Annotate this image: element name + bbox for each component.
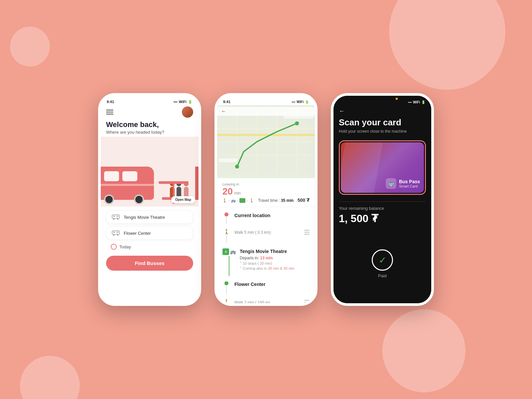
svg-rect-9: [116, 231, 118, 233]
card-container: 🚌 Bus Pass Smart Card: [339, 140, 426, 195]
leaving-in: Leaving in 20 min 🚶 › 🚌 › 4 › 🚶: [222, 182, 254, 203]
step-map-icon-2: [304, 299, 310, 303]
departs-time: 13 min: [260, 256, 273, 260]
step-current-location: Current location: [217, 210, 315, 226]
bus-window-2: [122, 171, 137, 181]
wifi-icon: WiFi: [179, 100, 187, 104]
leaving-label: Leaving in: [222, 182, 254, 186]
step-map-icon-1: [304, 229, 310, 235]
divider: [339, 201, 426, 202]
walk-step-icon: 🚶: [224, 229, 229, 234]
map-header: ←: [217, 107, 315, 116]
find-busses-button[interactable]: Find Busses: [106, 256, 193, 271]
coming-time-2: 30 min: [283, 266, 294, 270]
card-label-area: 🚌 Bus Pass Smart Card: [386, 178, 420, 189]
bus-icon-1: [111, 214, 120, 220]
bus-stripe: [101, 184, 154, 186]
route-label-2: Flower Center: [124, 231, 151, 236]
svg-point-19: [235, 165, 239, 169]
notch-1: [130, 96, 170, 103]
walk-icon-2: 🚶: [249, 199, 254, 203]
phone1-content: 9:41 ▪▪▪ WiFi 🔋 Welcome back, Where are …: [101, 96, 199, 303]
front-camera: [396, 98, 398, 100]
battery-icon-3: 🔋: [421, 100, 425, 104]
step-info-4: Flower Center: [234, 281, 310, 287]
step-dot-bus: 4: [222, 248, 229, 255]
walk-2-subtitle: Walk 2 min ( 100 m): [234, 300, 270, 303]
leaving-unit: min: [234, 191, 241, 196]
bus-window-1: [104, 171, 119, 181]
illustration: Open Map: [101, 137, 199, 206]
phone1-bottom: Tengis Movie Theatre Flower Center: [101, 206, 199, 303]
back-button-2[interactable]: ←: [221, 108, 226, 114]
time-item: Today: [106, 242, 193, 251]
notch-2: [246, 96, 286, 103]
arrow-2: ›: [237, 199, 238, 202]
paid-circle: ✓: [372, 249, 393, 271]
phone3-content: 9:41 ▪▪▪ WiFi 🔋 ← Scan your card Hold yo…: [333, 96, 431, 303]
welcome-title: Welcome back,: [106, 120, 193, 129]
svg-point-6: [113, 234, 114, 236]
step-line-green: [229, 256, 229, 276]
step-walk-2: 🚶 Walk 2 min ( 100 m): [217, 297, 315, 303]
svg-point-2: [117, 218, 118, 220]
bg-decoration-4: [10, 27, 50, 66]
step-walk-1: 🚶 Walk 5 min ( 0.3 km): [217, 226, 315, 246]
leaving-time: 20: [222, 186, 233, 197]
phone-welcome: 9:41 ▪▪▪ WiFi 🔋 Welcome back, Where are …: [98, 93, 201, 306]
bus-transport-icon: 🚌: [231, 199, 236, 203]
arrow-3: ›: [247, 199, 248, 202]
clock-icon: [111, 244, 117, 250]
step-line-2: [226, 235, 227, 243]
departs-info: Departs in: 13 min: [240, 256, 310, 260]
signal-icon-2: ▪▪▪: [292, 100, 295, 104]
bus-step-icon: 🚌: [230, 249, 236, 254]
balance-label: Your remaining balance: [339, 206, 426, 211]
signal-icon-3: ▪▪▪: [408, 100, 412, 104]
bus-wheel-right: [134, 195, 144, 204]
step-icon-col-2: 🚶: [222, 229, 230, 243]
svg-rect-8: [113, 231, 115, 233]
step-line-1: [226, 217, 227, 224]
phone-scan: 9:41 ▪▪▪ WiFi 🔋 ← Scan your card Hold yo…: [331, 93, 434, 306]
route-label-1: Tengis Movie Theatre: [124, 215, 165, 220]
avatar[interactable]: [182, 106, 193, 118]
route-item-2[interactable]: Flower Center: [106, 226, 193, 240]
step-info-3: Tengis Movie Theatre Departs in: 13 min …: [240, 248, 310, 271]
svg-rect-4: [116, 215, 118, 217]
route-item-1[interactable]: Tengis Movie Theatre: [106, 210, 193, 224]
status-icons-2: ▪▪▪ WiFi 🔋: [292, 100, 309, 104]
card-inner: 🚌 Bus Pass Smart Card: [341, 142, 424, 193]
arrow-1: ›: [228, 199, 230, 202]
step-icon-col-4: [222, 281, 230, 294]
trip-info: Leaving in 20 min 🚶 › 🚌 › 4 › 🚶: [217, 178, 315, 207]
status-icons-3: ▪▪▪ WiFi 🔋: [408, 100, 425, 104]
phones-container: 9:41 ▪▪▪ WiFi 🔋 Welcome back, Where are …: [98, 93, 434, 306]
step-line-3: [226, 286, 227, 294]
status-icons-1: ▪▪▪ WiFi 🔋: [174, 100, 193, 104]
coming-time-1: 20 min: [268, 266, 279, 270]
price: 500 ₮: [298, 198, 310, 203]
svg-point-1: [113, 218, 114, 220]
bus-stop-title: Tengis Movie Theatre: [240, 249, 287, 254]
walk-1-subtitle: Walk 5 min ( 0.3 km): [234, 230, 271, 235]
wifi-icon-2: WiFi: [297, 100, 304, 104]
menu-icon[interactable]: [106, 110, 113, 114]
step-info-1: Current location: [234, 212, 310, 218]
open-map-button[interactable]: Open Map: [171, 196, 195, 203]
stops-info: ˅ 10 stops ( 20 min): [240, 261, 310, 266]
step-icon-col-3: 4 🚌: [222, 248, 236, 276]
step-icon-col-1: [222, 212, 230, 224]
notch-3: [362, 96, 402, 103]
phone1-header: [101, 105, 199, 120]
back-button-3[interactable]: ←: [339, 108, 426, 115]
battery-icon-2: 🔋: [305, 100, 309, 104]
check-icon: ✓: [379, 255, 386, 266]
flower-center-title: Flower Center: [234, 282, 265, 287]
bg-decoration-2: [382, 309, 466, 392]
bus-front: [195, 167, 199, 200]
step-dot-green: [224, 281, 228, 285]
card-subtitle: Smart Card: [399, 184, 420, 188]
status-time-2: 9:41: [223, 100, 230, 104]
current-location-title: Current location: [234, 213, 270, 218]
